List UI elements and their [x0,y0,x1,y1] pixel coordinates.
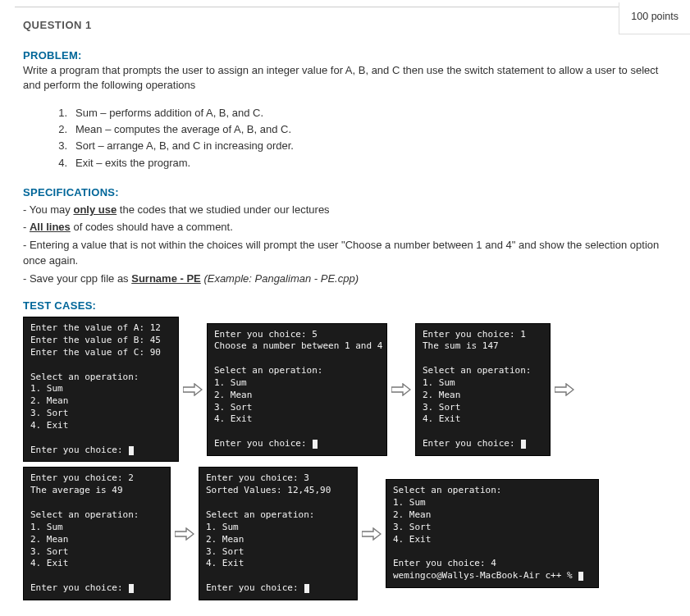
terminal-output: Enter the value of A: 12 Enter the value… [23,317,179,462]
cursor-icon [521,440,526,449]
testcase-row-1: Enter the value of A: 12 Enter the value… [23,317,667,462]
problem-text: Write a program that prompts the user to… [23,63,667,92]
cursor-icon [578,572,583,581]
terminal-output: Enter you choice: 3 Sorted Values: 12,45… [199,467,358,600]
question-body: PROBLEM: Write a program that prompts th… [0,34,690,616]
specifications-list: - You may only use the codes that we stu… [23,202,667,287]
terminal-output: Enter you choice: 2 The average is 49 Se… [23,467,171,600]
terminal-output: Enter you choice: 5 Choose a number betw… [207,323,387,456]
list-item: 2. Mean – computes the average of A, B, … [56,121,667,138]
cursor-icon [313,440,318,449]
specifications-heading: SPECIFICATIONS: [23,186,667,198]
arrow-right-icon [551,383,578,396]
list-item: 4. Exit – exits the program. [56,155,667,171]
terminal-output: Select an operation: 1. Sum 2. Mean 3. S… [386,479,599,588]
terminal-output: Enter you choice: 1 The sum is 147 Selec… [415,323,551,456]
arrow-right-icon [171,527,199,541]
spec-item: - Save your cpp file as Surname - PE (Ex… [23,271,667,287]
spec-item: - You may only use the codes that we stu… [23,202,667,218]
arrow-right-icon [179,383,207,396]
test-cases-area: Enter the value of A: 12 Enter the value… [23,317,667,600]
spec-item: - All lines of codes should have a comme… [23,219,667,235]
operations-list: 1. Sum – performs addition of A, B, and … [56,105,667,171]
problem-heading: PROBLEM: [23,49,667,62]
points-badge: 100 points [619,2,690,34]
arrow-right-icon [358,527,386,541]
testcases-heading: TEST CASES: [23,299,667,312]
testcase-row-2: Enter you choice: 2 The average is 49 Se… [23,467,667,600]
cursor-icon [129,584,134,593]
cursor-icon [129,446,134,455]
cursor-icon [304,584,309,593]
question-header: QUESTION 1 100 points [0,7,690,34]
question-number: QUESTION 1 [0,19,92,31]
arrow-right-icon [387,383,415,396]
list-item: 1. Sum – performs addition of A, B, and … [56,105,667,121]
list-item: 3. Sort – arrange A, B, and C in increas… [56,138,667,154]
spec-item: - Entering a value that is not within th… [23,237,667,269]
